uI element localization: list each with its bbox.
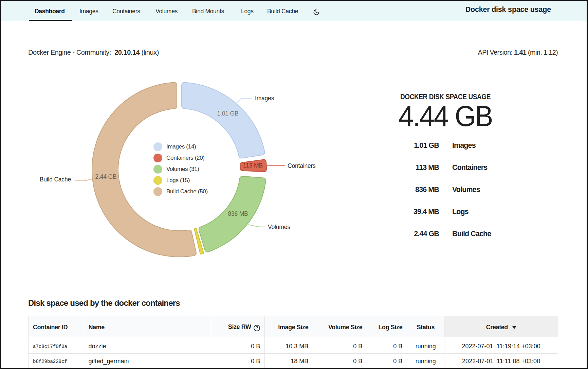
- svg-text:Containers: Containers: [288, 162, 316, 169]
- svg-text:Volumes: Volumes: [268, 224, 290, 230]
- svg-text:2.44 GB: 2.44 GB: [95, 173, 117, 180]
- svg-text:Build Cache: Build Cache: [40, 176, 71, 183]
- svg-text:Images: Images: [255, 95, 274, 102]
- svg-text:1.01 GB: 1.01 GB: [217, 110, 239, 117]
- svg-text:113 MB: 113 MB: [243, 162, 263, 169]
- svg-text:836 MB: 836 MB: [228, 210, 248, 217]
